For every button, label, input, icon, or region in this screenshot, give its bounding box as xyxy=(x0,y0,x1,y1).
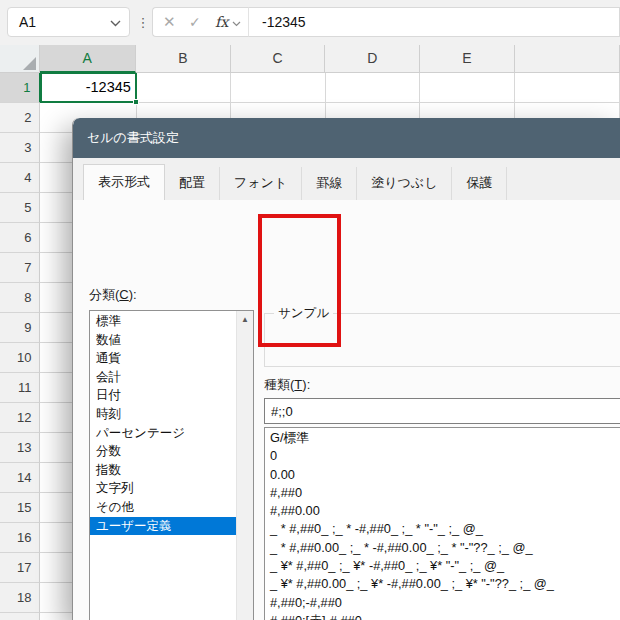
category-item[interactable]: 指数 xyxy=(90,461,236,480)
insert-function-icon[interactable]: fx xyxy=(215,14,229,30)
row-header-2[interactable]: 2 xyxy=(0,103,40,133)
row-header-14[interactable]: 14 xyxy=(0,463,40,493)
format-code-item[interactable]: 0 xyxy=(265,447,620,465)
grid-cell[interactable] xyxy=(420,73,515,103)
row-header-15[interactable]: 15 xyxy=(0,493,40,523)
tab-alignment[interactable]: 配置 xyxy=(165,167,220,200)
category-items: 標準数値通貨会計日付時刻パーセンテージ分数指数文字列その他ユーザー定義 xyxy=(90,311,236,620)
grid-cell[interactable] xyxy=(137,73,232,103)
scroll-up-icon[interactable]: ▲ xyxy=(237,311,253,328)
category-label: 分類(C): xyxy=(89,286,137,304)
row-header-partial[interactable] xyxy=(0,613,40,620)
row-header-6[interactable]: 6 xyxy=(0,223,40,253)
format-code-item[interactable]: G/標準 xyxy=(265,429,620,447)
format-cells-dialog: セルの書式設定 表示形式配置フォント罫線塗りつぶし保護 分類(C): 標準数値通… xyxy=(72,118,620,620)
category-item[interactable]: 分数 xyxy=(90,442,236,461)
category-item[interactable]: ユーザー定義 xyxy=(90,517,236,536)
category-item[interactable]: 標準 xyxy=(90,312,236,331)
formula-bar: A1 ⋮ ✕ ✓ fx -12345 xyxy=(0,0,620,45)
fill-handle[interactable] xyxy=(133,99,139,105)
formula-text: -12345 xyxy=(262,14,306,30)
category-item[interactable]: 文字列 xyxy=(90,479,236,498)
row-header-7[interactable]: 7 xyxy=(0,253,40,283)
dialog-tabstrip: 表示形式配置フォント罫線塗りつぶし保護 xyxy=(73,158,620,200)
category-item[interactable]: 通貨 xyxy=(90,349,236,368)
column-headers: ABCDE xyxy=(0,45,620,73)
column-header-e[interactable]: E xyxy=(420,45,515,73)
type-input[interactable] xyxy=(264,398,620,424)
tab-fill[interactable]: 塗りつぶし xyxy=(357,167,452,200)
format-code-item[interactable]: #,##0.00 xyxy=(265,502,620,520)
category-item[interactable]: 会計 xyxy=(90,368,236,387)
select-all-corner[interactable] xyxy=(0,45,40,73)
category-item[interactable]: 数値 xyxy=(90,331,236,350)
format-code-item[interactable]: #,##0 xyxy=(265,484,620,502)
name-box-value: A1 xyxy=(19,14,110,30)
dialog-title: セルの書式設定 xyxy=(87,130,179,145)
row-header-13[interactable]: 13 xyxy=(0,433,40,463)
drag-handle-dots-icon[interactable]: ⋮ xyxy=(136,7,150,37)
row-header-3[interactable]: 3 xyxy=(0,133,40,163)
row-header-9[interactable]: 9 xyxy=(0,313,40,343)
fx-chevron-down-icon[interactable] xyxy=(232,13,241,31)
category-scrollbar[interactable]: ▲ ▼ xyxy=(236,311,253,620)
column-header-a[interactable]: A xyxy=(40,45,136,73)
row-header-5[interactable]: 5 xyxy=(0,193,40,223)
column-header-c[interactable]: C xyxy=(231,45,326,73)
grid-cell[interactable]: -12345 xyxy=(41,73,137,103)
row-header-4[interactable]: 4 xyxy=(0,163,40,193)
row-header-16[interactable]: 16 xyxy=(0,523,40,553)
tab-number-format[interactable]: 表示形式 xyxy=(83,164,165,200)
column-header-b[interactable]: B xyxy=(136,45,231,73)
format-code-item[interactable]: _ * #,##0.00_ ;_ * -#,##0.00_ ;_ * "-"??… xyxy=(265,539,620,557)
format-code-item[interactable]: _ ¥* #,##0_ ;_ ¥* -#,##0_ ;_ ¥* "-"_ ;_ … xyxy=(265,557,620,575)
chevron-down-icon[interactable] xyxy=(110,13,121,31)
dialog-body: 分類(C): 標準数値通貨会計日付時刻パーセンテージ分数指数文字列その他ユーザー… xyxy=(73,200,620,620)
category-item[interactable]: 時刻 xyxy=(90,405,236,424)
format-code-item[interactable]: _ * #,##0_ ;_ * -#,##0_ ;_ * "-"_ ;_ @_ xyxy=(265,520,620,538)
tab-protection[interactable]: 保護 xyxy=(452,167,507,200)
grid-cell[interactable] xyxy=(515,73,620,103)
enter-check-icon[interactable]: ✓ xyxy=(189,14,215,30)
row-header-18[interactable]: 18 xyxy=(0,583,40,613)
cancel-icon[interactable]: ✕ xyxy=(163,13,189,31)
format-code-item[interactable]: #,##0;[赤]-#,##0 xyxy=(265,612,620,620)
tab-font[interactable]: フォント xyxy=(220,167,302,200)
tab-border[interactable]: 罫線 xyxy=(302,167,357,200)
dialog-titlebar[interactable]: セルの書式設定 xyxy=(73,118,620,158)
formula-input[interactable]: -12345 xyxy=(248,7,620,37)
category-item[interactable]: その他 xyxy=(90,498,236,517)
active-cell-value: -12345 xyxy=(41,73,136,102)
type-label: 種類(T): xyxy=(264,376,310,394)
select-all-triangle-icon xyxy=(23,57,36,70)
sample-legend: サンプル xyxy=(274,305,333,322)
column-header-partial[interactable] xyxy=(515,45,620,73)
format-code-item[interactable]: #,##0;-#,##0 xyxy=(265,594,620,612)
format-code-item[interactable]: 0.00 xyxy=(265,466,620,484)
category-item[interactable]: 日付 xyxy=(90,386,236,405)
sample-groupbox: サンプル xyxy=(264,313,620,367)
row-header-17[interactable]: 17 xyxy=(0,553,40,583)
row-header-12[interactable]: 12 xyxy=(0,403,40,433)
row-header-10[interactable]: 10 xyxy=(0,343,40,373)
category-item[interactable]: パーセンテージ xyxy=(90,424,236,443)
column-header-d[interactable]: D xyxy=(325,45,420,73)
grid-cell[interactable] xyxy=(231,73,326,103)
row-header-1[interactable]: 1 xyxy=(0,73,41,103)
format-code-item[interactable]: _ ¥* #,##0.00_ ;_ ¥* -#,##0.00_ ;_ ¥* "-… xyxy=(265,575,620,593)
grid-cell[interactable] xyxy=(326,73,421,103)
category-listbox: 標準数値通貨会計日付時刻パーセンテージ分数指数文字列その他ユーザー定義 ▲ ▼ xyxy=(89,310,254,620)
name-box[interactable]: A1 xyxy=(7,7,130,37)
row-header-11[interactable]: 11 xyxy=(0,373,40,403)
grid-row: 1-12345 xyxy=(0,73,620,103)
format-code-listbox: G/標準00.00#,##0#,##0.00_ * #,##0_ ;_ * -#… xyxy=(264,427,620,620)
row-header-8[interactable]: 8 xyxy=(0,283,40,313)
formula-controls: ✕ ✓ fx xyxy=(152,7,248,37)
